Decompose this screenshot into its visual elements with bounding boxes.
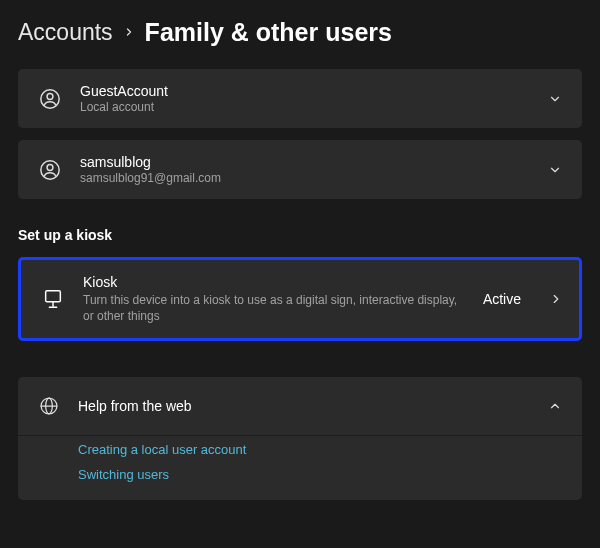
kiosk-status: Active [483,291,521,307]
section-title-kiosk: Set up a kiosk [18,227,582,243]
kiosk-icon [39,285,67,313]
kiosk-title: Kiosk [83,274,467,290]
help-header[interactable]: Help from the web [18,377,582,435]
help-links: Creating a local user account Switching … [18,436,582,500]
chevron-down-icon [546,92,564,106]
person-icon [36,85,64,113]
chevron-right-icon [547,292,565,306]
user-subtext: samsulblog91@gmail.com [80,171,530,185]
kiosk-description: Turn this device into a kiosk to use as … [83,292,467,324]
user-row[interactable]: GuestAccount Local account [18,69,582,128]
kiosk-card[interactable]: Kiosk Turn this device into a kiosk to u… [18,257,582,341]
help-link[interactable]: Switching users [78,467,169,482]
svg-point-1 [47,93,53,99]
help-title: Help from the web [78,398,530,414]
svg-point-3 [47,164,53,170]
user-name: GuestAccount [80,83,530,99]
chevron-right-icon [123,22,135,43]
person-icon [36,156,64,184]
svg-rect-4 [46,291,61,302]
breadcrumb: Accounts Family & other users [18,18,582,47]
breadcrumb-parent[interactable]: Accounts [18,19,113,46]
help-card: Help from the web Creating a local user … [18,377,582,500]
help-link[interactable]: Creating a local user account [78,442,246,457]
user-row[interactable]: samsulblog samsulblog91@gmail.com [18,140,582,199]
chevron-down-icon [546,163,564,177]
user-name: samsulblog [80,154,530,170]
chevron-up-icon [546,399,564,413]
page-title: Family & other users [145,18,392,47]
user-subtext: Local account [80,100,530,114]
globe-icon [36,393,62,419]
